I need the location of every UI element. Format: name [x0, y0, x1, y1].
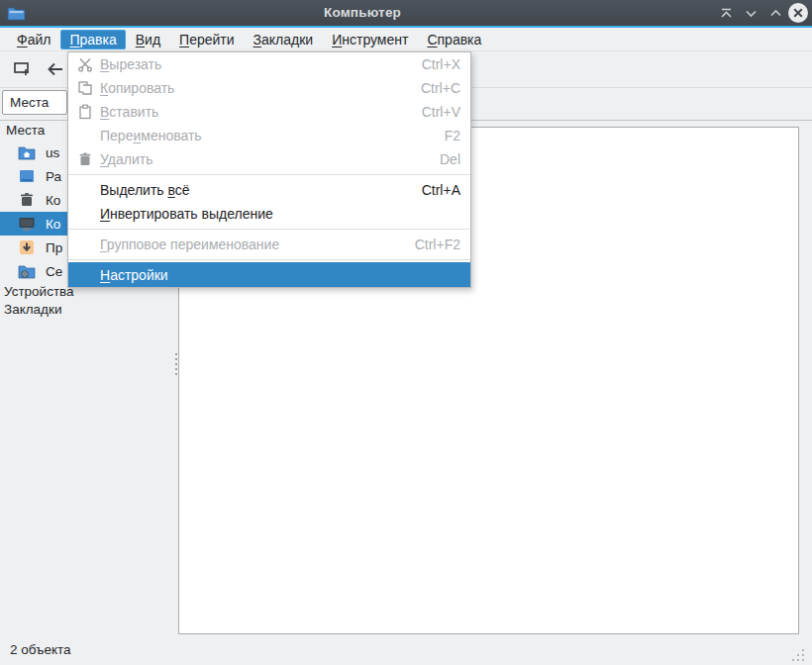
computer-icon	[18, 215, 36, 233]
chevron-down-icon	[744, 6, 759, 21]
minimize-button[interactable]	[742, 4, 760, 22]
scissors-icon	[77, 56, 93, 72]
resize-grip[interactable]	[788, 645, 804, 661]
sidebar-mode-combo[interactable]: Места	[2, 90, 67, 115]
chevron-up-icon	[768, 6, 783, 21]
copy-icon	[77, 80, 93, 96]
shade-icon	[719, 6, 734, 21]
shortcut: F2	[445, 128, 460, 143]
new-tab-icon	[12, 59, 32, 79]
titlebar[interactable]: Компьютер	[0, 0, 812, 26]
shortcut: Ctrl+C	[421, 80, 460, 96]
shortcut: Ctrl+V	[422, 104, 460, 120]
edit-dropdown-menu: Вырезать Ctrl+X Копировать Ctrl+C Встави…	[67, 51, 471, 288]
shortcut: Ctrl+F2	[415, 237, 460, 252]
sidebar-splitter-handle[interactable]	[174, 353, 178, 379]
close-icon	[787, 2, 809, 24]
shortcut: Ctrl+X	[422, 56, 460, 72]
menu-item-select-all[interactable]: Выделить всё Ctrl+A	[68, 178, 470, 202]
back-button[interactable]	[43, 57, 68, 81]
menu-tools[interactable]: Инструмент	[323, 30, 417, 49]
menu-separator	[68, 226, 470, 233]
menu-edit[interactable]: Правка	[60, 30, 125, 49]
menu-item-paste[interactable]: Вставить Ctrl+V	[68, 100, 470, 124]
desktop-icon	[18, 167, 36, 185]
shortcut: Ctrl+A	[422, 182, 460, 198]
menu-item-invert-selection[interactable]: Инвертировать выделение	[68, 202, 470, 226]
shade-button[interactable]	[717, 4, 735, 22]
menu-view[interactable]: Вид	[127, 30, 169, 49]
menubar: Файл Правка Вид Перейти Закладки Инструм…	[0, 28, 812, 51]
menu-item-preferences[interactable]: Настройки	[68, 262, 470, 287]
menu-file[interactable]: Файл	[8, 30, 59, 49]
trash-icon	[18, 191, 36, 209]
paste-icon	[77, 104, 93, 120]
new-tab-button[interactable]	[9, 57, 35, 81]
menu-item-delete[interactable]: Удалить Del	[68, 147, 470, 171]
menu-item-bulk-rename[interactable]: Групповое переименование Ctrl+F2	[68, 233, 470, 256]
menu-item-rename[interactable]: Переименовать F2	[68, 124, 470, 147]
home-folder-icon	[18, 143, 36, 161]
shortcut: Del	[440, 151, 460, 167]
back-arrow-icon	[46, 59, 65, 79]
applications-icon	[18, 238, 36, 256]
menu-help[interactable]: Справка	[418, 30, 490, 49]
menu-bookmarks[interactable]: Закладки	[245, 30, 323, 49]
maximize-button[interactable]	[766, 4, 784, 22]
menu-item-cut[interactable]: Вырезать Ctrl+X	[68, 52, 470, 76]
menu-go[interactable]: Перейти	[170, 30, 243, 49]
close-button[interactable]	[787, 2, 809, 24]
sidebar-mode-value: Места	[10, 95, 49, 110]
status-item-count: 2 объекта	[10, 634, 71, 665]
trash-icon	[77, 151, 93, 167]
network-icon	[18, 262, 36, 280]
statusbar: 2 объекта	[0, 634, 812, 665]
menu-item-copy[interactable]: Копировать Ctrl+C	[68, 76, 470, 100]
file-manager-window: Компьютер Файл Правка Вид	[0, 0, 812, 665]
sidebar-header-bookmarks[interactable]: Закладки	[0, 301, 178, 319]
window-title: Компьютер	[0, 0, 725, 26]
menu-separator	[68, 171, 470, 178]
